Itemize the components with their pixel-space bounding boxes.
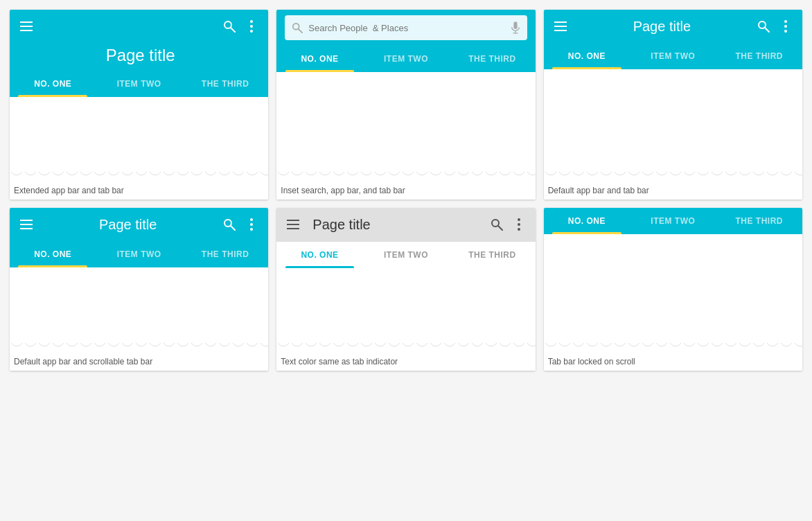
svg-point-20: [784, 30, 787, 33]
page-title-3: Page title: [569, 19, 755, 35]
grey-app-bar: Page title: [276, 208, 535, 241]
search-icon-4[interactable]: [221, 216, 238, 233]
extended-app-bar: Page title: [10, 10, 268, 71]
card-body-3: [544, 69, 802, 180]
card-caption: Extended app bar and tab bar: [10, 180, 268, 200]
page-title: Page title: [18, 43, 260, 71]
svg-rect-22: [20, 224, 33, 225]
svg-line-9: [299, 29, 302, 33]
tab-the-third-3[interactable]: THE THIRD: [716, 43, 802, 69]
tab-item-two-3[interactable]: ITEM TWO: [630, 43, 716, 69]
svg-point-28: [250, 228, 253, 231]
tab-the-third[interactable]: THE THIRD: [182, 71, 268, 97]
svg-point-27: [250, 223, 253, 226]
tab-bar: NO. ONE ITEM TWO THE THIRD: [10, 71, 268, 97]
search-input[interactable]: [303, 23, 510, 33]
card-caption-5: Text color same as tab indicator: [276, 351, 535, 371]
card-body-2: [276, 72, 535, 180]
locked-tab-bar: NO. ONE ITEM TWO THE THIRD: [544, 208, 802, 234]
menu-icon-3[interactable]: [552, 18, 569, 35]
svg-line-4: [231, 28, 235, 32]
search-icon[interactable]: [221, 18, 238, 35]
svg-rect-23: [20, 228, 33, 229]
scrollable-app-bar: Page title: [10, 208, 268, 241]
svg-rect-0: [20, 21, 33, 23]
menu-icon[interactable]: [18, 18, 35, 35]
tab-no-one-6[interactable]: NO. ONE: [544, 208, 630, 234]
svg-rect-13: [554, 21, 567, 23]
more-icon-3[interactable]: [777, 18, 794, 35]
card-inset-search: NO. ONE ITEM TWO THE THIRD Inset search,…: [276, 10, 535, 200]
card-extended-app-bar: Page title NO. ONE ITEM TWO THE THIRD Ex…: [10, 10, 268, 200]
more-icon[interactable]: [243, 18, 260, 35]
search-icon-input: [292, 22, 303, 33]
more-icon-4[interactable]: [243, 216, 260, 233]
tab-no-one-2[interactable]: NO. ONE: [276, 46, 362, 72]
tab-the-third-4[interactable]: THE THIRD: [182, 241, 268, 267]
tab-no-one[interactable]: NO. ONE: [10, 71, 96, 97]
svg-rect-10: [513, 21, 517, 29]
page-title-5: Page title: [312, 217, 488, 233]
card-caption-3: Default app bar and tab bar: [544, 180, 802, 200]
card-default-app-bar: Page title NO. ONE ITEM TWO THE THIRD De…: [544, 10, 802, 200]
tab-item-two-4[interactable]: ITEM TWO: [96, 241, 182, 267]
svg-rect-2: [20, 30, 33, 31]
light-tab-bar: NO. ONE ITEM TWO THE THIRD: [276, 241, 535, 268]
svg-rect-31: [287, 228, 299, 229]
card-text-color-tab: Page title NO. ONE ITEM TWO THE THIRD Te…: [276, 208, 535, 371]
card-tab-locked: NO. ONE ITEM TWO THE THIRD Tab bar locke…: [544, 208, 802, 371]
search-icon-3[interactable]: [755, 18, 772, 35]
card-body-6: [544, 234, 802, 351]
tab-the-third-5[interactable]: THE THIRD: [449, 242, 535, 268]
tab-item-two-5[interactable]: ITEM TWO: [363, 242, 449, 268]
card-body: [10, 97, 268, 180]
tab-the-third-6[interactable]: THE THIRD: [716, 208, 802, 234]
tab-item-two-6[interactable]: ITEM TWO: [630, 208, 716, 234]
menu-icon-5[interactable]: [285, 216, 301, 233]
svg-line-25: [231, 226, 235, 230]
scrollable-tab-bar: NO. ONE ITEM TWO THE THIRD: [10, 241, 268, 267]
search-input-wrap[interactable]: [285, 15, 527, 40]
card-body-5: [276, 268, 535, 351]
tab-no-one-3[interactable]: NO. ONE: [544, 43, 630, 69]
svg-line-17: [765, 28, 769, 32]
svg-point-6: [250, 25, 253, 28]
svg-point-19: [784, 25, 787, 28]
svg-point-7: [250, 30, 253, 33]
svg-point-5: [250, 20, 253, 23]
svg-point-34: [518, 218, 520, 221]
card-caption-6: Tab bar locked on scroll: [544, 351, 802, 371]
main-grid: Page title NO. ONE ITEM TWO THE THIRD Ex…: [0, 0, 812, 380]
svg-rect-1: [20, 26, 33, 27]
tab-bar-3: NO. ONE ITEM TWO THE THIRD: [544, 43, 802, 69]
card-body-4: [10, 267, 268, 351]
svg-line-33: [498, 226, 502, 230]
card-caption-4: Default app bar and scrollable tab bar: [10, 351, 268, 371]
default-app-bar: Page title: [544, 10, 802, 43]
svg-rect-29: [287, 220, 299, 221]
svg-point-36: [518, 228, 520, 231]
tab-the-third-2[interactable]: THE THIRD: [449, 46, 535, 72]
search-app-bar: [276, 10, 535, 46]
tab-no-one-5[interactable]: NO. ONE: [276, 242, 362, 268]
svg-point-26: [250, 218, 253, 221]
tab-item-two-2[interactable]: ITEM TWO: [363, 46, 449, 72]
card-caption-2: Inset search, app bar, and tab bar: [276, 180, 535, 200]
svg-point-18: [784, 20, 787, 23]
page-title-4: Page title: [35, 217, 221, 233]
tab-no-one-4[interactable]: NO. ONE: [10, 241, 96, 267]
svg-rect-21: [20, 220, 33, 221]
svg-rect-14: [554, 26, 567, 27]
svg-rect-30: [287, 224, 299, 225]
card-scrollable-tab: Page title NO. ONE ITEM TWO THE THIRD De…: [10, 208, 268, 371]
svg-rect-15: [554, 30, 567, 31]
mic-icon[interactable]: [511, 21, 520, 34]
svg-point-35: [518, 223, 520, 226]
menu-icon-4[interactable]: [18, 216, 35, 233]
tab-item-two[interactable]: ITEM TWO: [96, 71, 182, 97]
more-icon-5[interactable]: [511, 216, 527, 233]
search-icon-5[interactable]: [488, 216, 505, 233]
tab-bar-2: NO. ONE ITEM TWO THE THIRD: [276, 46, 535, 72]
